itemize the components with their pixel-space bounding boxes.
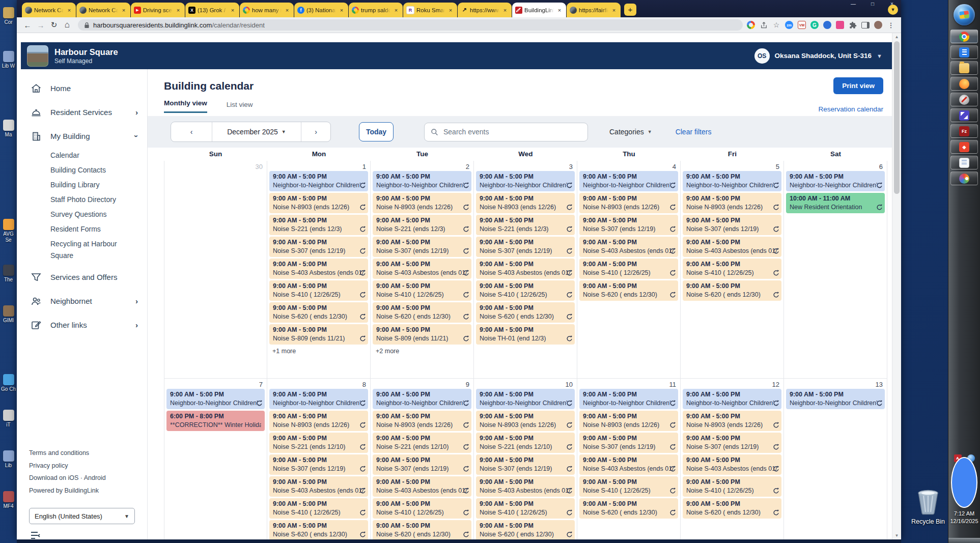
calendar-event[interactable]: 9:00 AM - 5:00 PMNoise S-403 Asbestos (e… [269,476,368,497]
calendar-event[interactable]: 9:00 AM - 5:00 PMNoise S-410 ( 12/26/25) [579,259,678,279]
tab-close-icon[interactable]: × [556,7,563,14]
taskbar-button-netzero[interactable] [950,93,978,106]
calendar-event[interactable]: 9:00 AM - 5:00 PMNeighbor-to-Neighbor Ch… [579,389,678,409]
calendar-event[interactable]: 9:00 AM - 5:00 PMNoise S-307 (ends 12/19… [579,433,678,453]
calendar-event[interactable]: 9:00 AM - 5:00 PMNeighbor-to-Neighbor Ch… [683,171,781,191]
day-cell-11[interactable]: 119:00 AM - 5:00 PMNeighbor-to-Neighbor … [577,378,681,539]
calendar-event[interactable]: 9:00 AM - 5:00 PMNoise N-8903 (ends 12/2… [683,411,781,431]
previous-month-button[interactable]: ‹ [171,122,212,141]
footer-link-powered-by-buildinglink[interactable]: Powered by BuildingLink [29,484,106,497]
calendar-event[interactable]: 9:00 AM - 5:00 PMNoise N-8903 (ends 12/2… [579,193,678,213]
new-tab-button[interactable]: + [624,4,636,16]
footer-link-download-on-ios-android[interactable]: Download on iOS · Android [29,472,106,484]
tab-close-icon[interactable]: × [447,7,454,14]
calendar-event[interactable]: 9:00 AM - 5:00 PMNoise S-620 ( ends 12/3… [269,302,368,323]
calendar-event[interactable]: 9:00 AM - 5:00 PMNeighbor-to-Neighbor Ch… [269,171,368,191]
address-bar[interactable]: harboursquareresidents.buildinglink.com/… [78,19,743,31]
blue-extension-icon[interactable] [823,21,831,29]
sidebar-item-my-building[interactable]: My Building› [21,124,147,148]
day-cell-30[interactable]: 30 [164,161,267,378]
calendar-event[interactable]: 9:00 AM - 5:00 PMNoise TH-01 (end 12/3) [476,324,575,345]
taskbar-button-filezilla[interactable]: Fz [950,124,978,138]
scroll-up-arrow-icon[interactable]: ▲ [892,35,901,39]
calendar-event[interactable]: 10:00 AM - 11:00 AMNew Resident Orientat… [786,193,885,213]
calendar-event[interactable]: 9:00 AM - 5:00 PMNoise S-410 ( 12/26/25) [269,498,368,519]
maximize-button[interactable]: □ [870,1,876,7]
calendar-event[interactable]: 9:00 AM - 5:00 PMNoise S-403 Asbestos (e… [476,259,575,279]
calendar-event[interactable]: 9:00 AM - 5:00 PMNoise S-620 ( ends 12/3… [373,520,471,539]
calendar-event[interactable]: 9:00 AM - 5:00 PMNoise S-403 Asbestos (e… [683,237,781,257]
categories-dropdown[interactable]: Categories ▼ [609,128,652,136]
day-cell-7[interactable]: 79:00 AM - 5:00 PMNeighbor-to-Neighbor C… [164,378,267,539]
print-view-button[interactable]: Print view [833,77,883,94]
calendar-event[interactable]: 9:00 AM - 5:00 PMNoise S-307 (ends 12/19… [683,433,781,453]
taskbar-clock[interactable]: 7:12 AM 12/16/2025 [948,510,980,525]
desktop-icon-fragment[interactable]: Lib [1,450,16,469]
vm-extension-icon[interactable]: VM [798,21,806,29]
calendar-event[interactable]: 9:00 AM - 5:00 PMNoise S-620 ( ends 12/3… [269,520,368,539]
reservation-calendar-link[interactable]: Reservation calendar [818,105,883,113]
tab-close-icon[interactable]: × [229,7,236,14]
footer-link-privacy-policy[interactable]: Privacy policy [29,460,106,472]
forward-button[interactable]: → [34,21,47,30]
footer-link-terms-and-conditions[interactable]: Terms and conditions [29,447,106,460]
sidebar-collapse-icon[interactable] [30,531,40,539]
home-button[interactable]: ⌂ [61,20,74,30]
taskbar-button-purple-app[interactable] [950,108,978,122]
calendar-event[interactable]: 9:00 AM - 5:00 PMNoise N-8903 (ends 12/2… [476,411,575,431]
start-button[interactable] [954,4,975,25]
desktop-icon-fragment[interactable]: Go Ch [1,374,16,392]
tab-close-icon[interactable]: × [175,7,182,14]
day-cell-9[interactable]: 99:00 AM - 5:00 PMNeighbor-to-Neighbor C… [371,378,474,539]
calendar-event[interactable]: 6:00 PM - 8:00 PM**CORRECTION** Winter H… [166,411,265,431]
sidebar-subitem-resident-forms[interactable]: Resident Forms [50,222,147,237]
calendar-event[interactable]: 9:00 AM - 5:00 PMNoise S-307 (ends 12/19… [476,454,575,475]
calendar-event[interactable]: 9:00 AM - 5:00 PMNoise S-403 Asbestos (e… [683,454,781,475]
browser-tab-1[interactable]: Network Can× [22,3,76,17]
google-icon[interactable] [747,21,755,29]
calendar-event[interactable]: 9:00 AM - 5:00 PMNoise N-8903 (ends 12/2… [683,193,781,213]
sidebar-subitem-building-contacts[interactable]: Building Contacts [50,163,147,178]
browser-tab-11[interactable]: https://fairfie× [567,3,621,17]
scrollbar-thumb[interactable] [894,41,900,194]
browser-tab-6[interactable]: f(3) National× [294,3,348,17]
next-month-button[interactable]: › [301,122,330,141]
calendar-event[interactable]: 9:00 AM - 5:00 PMNoise S-809 (ends 11/21… [373,324,471,345]
taskbar-button-notepad[interactable] [950,156,978,169]
calendar-event[interactable]: 9:00 AM - 5:00 PMNoise N-8903 (ends 12/2… [373,411,471,431]
browser-tab-9[interactable]: ↗https://www× [458,3,512,17]
calendar-event[interactable]: 9:00 AM - 5:00 PMNoise S-403 Asbestos (e… [579,454,678,475]
day-cell-1[interactable]: 19:00 AM - 5:00 PMNeighbor-to-Neighbor C… [267,161,371,378]
sidebar-subitem-building-library[interactable]: Building Library [50,178,147,192]
desktop-icon-fragment[interactable]: AVG Se [1,219,16,243]
taskbar-button-red-diamond-app[interactable]: ◆ [950,140,978,154]
calendar-event[interactable]: 9:00 AM - 5:00 PMNeighbor-to-Neighbor Ch… [373,389,471,409]
desktop-icon-fragment[interactable]: GIMl [1,305,16,324]
calendar-event[interactable]: 9:00 AM - 5:00 PMNoise S-620 ( ends 12/3… [476,520,575,539]
sidebar-item-resident-services[interactable]: Resident Services› [21,100,147,124]
calendar-event[interactable]: 9:00 AM - 5:00 PMNoise S-410 ( 12/26/25) [579,476,678,497]
show-desktop-button[interactable] [948,538,980,543]
calendar-event[interactable]: 9:00 AM - 5:00 PMNoise S-307 (ends 12/19… [579,215,678,235]
sidebar-subitem-survey-questions[interactable]: Survey Questions [50,207,147,222]
calendar-event[interactable]: 9:00 AM - 5:00 PMNoise N-8903 (ends 12/2… [269,411,368,431]
day-cell-2[interactable]: 29:00 AM - 5:00 PMNeighbor-to-Neighbor C… [371,161,474,378]
taskbar-button-google-docs[interactable] [950,45,978,59]
recycle-bin[interactable]: Recycle Bin [911,490,945,525]
calendar-event[interactable]: 9:00 AM - 5:00 PMNoise S-403 Asbestos (e… [269,259,368,279]
calendar-event[interactable]: 9:00 AM - 5:00 PMNoise S-307 (ends 12/19… [269,454,368,475]
calendar-event[interactable]: 9:00 AM - 5:00 PMNeighbor-to-Neighbor Ch… [786,389,885,409]
calendar-event[interactable]: 9:00 AM - 5:00 PMNoise S-307 (ends 12/19… [269,237,368,257]
calendar-event[interactable]: 9:00 AM - 5:00 PMNeighbor-to-Neighbor Ch… [579,171,678,191]
calendar-event[interactable]: 9:00 AM - 5:00 PMNoise S-307 (ends 12/19… [373,237,471,257]
sidebar-subitem-recycling-at-harbour-square[interactable]: Recycling at Harbour Square [50,237,147,263]
calendar-event[interactable]: 9:00 AM - 5:00 PMNoise S-221 (ends 12/10… [373,433,471,453]
calendar-event[interactable]: 9:00 AM - 5:00 PMNoise S-403 Asbestos (e… [476,476,575,497]
calendar-event[interactable]: 9:00 AM - 5:00 PMNoise N-8903 (ends 12/2… [269,193,368,213]
desktop-icon-fragment[interactable]: Ma [1,120,16,138]
calendar-event[interactable]: 9:00 AM - 5:00 PMNoise S-410 ( 12/26/25) [476,498,575,519]
share-icon[interactable] [760,21,768,29]
reload-button[interactable]: ↻ [47,20,61,30]
calendar-event[interactable]: 9:00 AM - 5:00 PMNoise S-620 ( ends 12/3… [579,498,678,519]
calendar-event[interactable]: 9:00 AM - 5:00 PMNoise S-403 Asbestos (e… [373,476,471,497]
